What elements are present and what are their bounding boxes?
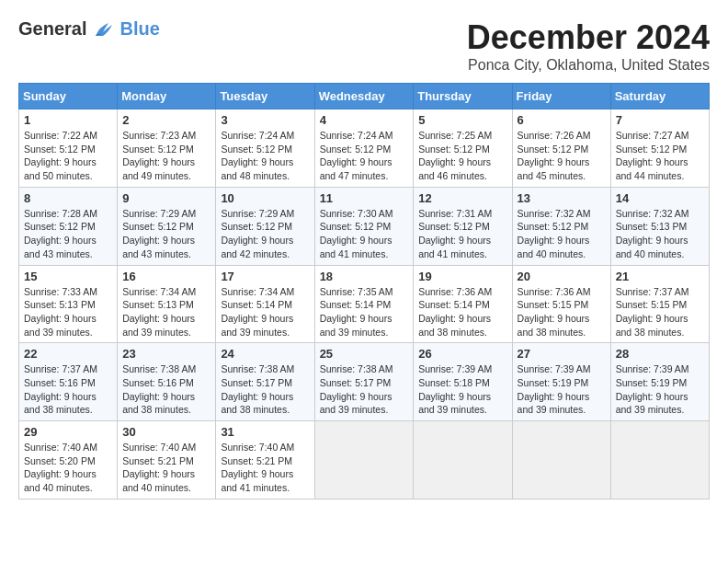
day-number: 17 — [221, 270, 309, 283]
page-header: General Blue December 2024 Ponca City, O… — [18, 18, 710, 74]
calendar-cell: 29Sunrise: 7:40 AM Sunset: 5:20 PM Dayli… — [19, 421, 118, 500]
calendar-cell: 6Sunrise: 7:26 AM Sunset: 5:12 PM Daylig… — [512, 109, 610, 188]
calendar-week-row: 8Sunrise: 7:28 AM Sunset: 5:12 PM Daylig… — [19, 187, 710, 265]
day-number: 28 — [616, 347, 704, 361]
calendar-cell: 5Sunrise: 7:25 AM Sunset: 5:12 PM Daylig… — [414, 109, 512, 188]
calendar-week-row: 29Sunrise: 7:40 AM Sunset: 5:20 PM Dayli… — [19, 421, 710, 500]
day-number: 16 — [122, 270, 210, 283]
calendar-cell: 24Sunrise: 7:38 AM Sunset: 5:17 PM Dayli… — [216, 343, 314, 421]
day-number: 2 — [122, 113, 210, 127]
day-info: Sunrise: 7:29 AM Sunset: 5:12 PM Dayligh… — [221, 207, 309, 261]
day-number: 27 — [518, 347, 606, 361]
calendar-cell — [414, 421, 512, 500]
day-number: 31 — [221, 425, 309, 439]
logo-bird-icon — [90, 19, 116, 40]
day-info: Sunrise: 7:36 AM Sunset: 5:15 PM Dayligh… — [518, 285, 606, 339]
logo-blue: Blue — [119, 18, 159, 40]
day-info: Sunrise: 7:34 AM Sunset: 5:13 PM Dayligh… — [122, 285, 210, 339]
day-number: 25 — [320, 347, 409, 361]
weekday-header-sunday: Sunday — [19, 84, 118, 109]
day-info: Sunrise: 7:33 AM Sunset: 5:13 PM Dayligh… — [24, 285, 112, 339]
calendar-cell: 25Sunrise: 7:38 AM Sunset: 5:17 PM Dayli… — [314, 343, 414, 421]
day-info: Sunrise: 7:27 AM Sunset: 5:12 PM Dayligh… — [616, 129, 704, 183]
weekday-header-monday: Monday — [118, 84, 216, 109]
calendar-table: SundayMondayTuesdayWednesdayThursdayFrid… — [18, 83, 710, 500]
day-info: Sunrise: 7:35 AM Sunset: 5:14 PM Dayligh… — [320, 285, 409, 339]
calendar-cell: 17Sunrise: 7:34 AM Sunset: 5:14 PM Dayli… — [216, 265, 314, 343]
weekday-header-friday: Friday — [512, 84, 610, 109]
calendar-cell: 26Sunrise: 7:39 AM Sunset: 5:18 PM Dayli… — [414, 343, 512, 421]
day-number: 6 — [518, 113, 606, 127]
day-info: Sunrise: 7:39 AM Sunset: 5:19 PM Dayligh… — [518, 362, 606, 417]
day-number: 22 — [24, 347, 112, 361]
calendar-cell: 20Sunrise: 7:36 AM Sunset: 5:15 PM Dayli… — [512, 265, 610, 343]
day-info: Sunrise: 7:26 AM Sunset: 5:12 PM Dayligh… — [518, 129, 606, 183]
calendar-cell: 15Sunrise: 7:33 AM Sunset: 5:13 PM Dayli… — [19, 265, 118, 343]
day-info: Sunrise: 7:25 AM Sunset: 5:12 PM Dayligh… — [418, 129, 506, 183]
weekday-header-wednesday: Wednesday — [314, 84, 414, 109]
day-number: 26 — [418, 347, 506, 361]
calendar-cell: 14Sunrise: 7:32 AM Sunset: 5:13 PM Dayli… — [610, 187, 709, 265]
day-info: Sunrise: 7:30 AM Sunset: 5:12 PM Dayligh… — [320, 207, 409, 261]
logo: General Blue — [18, 18, 160, 40]
day-info: Sunrise: 7:39 AM Sunset: 5:18 PM Dayligh… — [418, 362, 506, 417]
day-info: Sunrise: 7:29 AM Sunset: 5:12 PM Dayligh… — [122, 207, 210, 261]
day-info: Sunrise: 7:32 AM Sunset: 5:12 PM Dayligh… — [518, 207, 606, 261]
day-number: 24 — [221, 347, 309, 361]
calendar-cell: 30Sunrise: 7:40 AM Sunset: 5:21 PM Dayli… — [118, 421, 216, 500]
calendar-cell: 22Sunrise: 7:37 AM Sunset: 5:16 PM Dayli… — [19, 343, 118, 421]
day-number: 11 — [320, 191, 409, 205]
day-number: 21 — [616, 270, 704, 283]
calendar-cell: 9Sunrise: 7:29 AM Sunset: 5:12 PM Daylig… — [118, 187, 216, 265]
calendar-cell — [610, 421, 709, 500]
logo-general: General — [18, 18, 86, 40]
day-number: 4 — [320, 113, 409, 127]
day-number: 15 — [24, 270, 112, 283]
calendar-cell: 12Sunrise: 7:31 AM Sunset: 5:12 PM Dayli… — [414, 187, 512, 265]
day-info: Sunrise: 7:38 AM Sunset: 5:17 PM Dayligh… — [221, 362, 309, 417]
day-number: 8 — [24, 191, 112, 205]
weekday-header-tuesday: Tuesday — [216, 84, 314, 109]
day-number: 19 — [418, 270, 506, 283]
day-number: 9 — [122, 191, 210, 205]
calendar-cell: 2Sunrise: 7:23 AM Sunset: 5:12 PM Daylig… — [118, 109, 216, 188]
calendar-cell: 4Sunrise: 7:24 AM Sunset: 5:12 PM Daylig… — [314, 109, 414, 188]
day-number: 30 — [122, 425, 210, 439]
calendar-cell: 28Sunrise: 7:39 AM Sunset: 5:19 PM Dayli… — [610, 343, 709, 421]
calendar-cell: 11Sunrise: 7:30 AM Sunset: 5:12 PM Dayli… — [314, 187, 414, 265]
day-info: Sunrise: 7:28 AM Sunset: 5:12 PM Dayligh… — [24, 207, 112, 261]
calendar-cell — [314, 421, 414, 500]
weekday-header-thursday: Thursday — [414, 84, 512, 109]
calendar-cell: 21Sunrise: 7:37 AM Sunset: 5:15 PM Dayli… — [610, 265, 709, 343]
day-number: 3 — [221, 113, 309, 127]
day-number: 20 — [518, 270, 606, 283]
day-info: Sunrise: 7:24 AM Sunset: 5:12 PM Dayligh… — [320, 129, 409, 183]
calendar-cell: 16Sunrise: 7:34 AM Sunset: 5:13 PM Dayli… — [118, 265, 216, 343]
day-number: 18 — [320, 270, 409, 283]
day-info: Sunrise: 7:24 AM Sunset: 5:12 PM Dayligh… — [221, 129, 309, 183]
day-number: 12 — [418, 191, 506, 205]
day-info: Sunrise: 7:23 AM Sunset: 5:12 PM Dayligh… — [122, 129, 210, 183]
calendar-week-row: 1Sunrise: 7:22 AM Sunset: 5:12 PM Daylig… — [19, 109, 710, 188]
day-number: 23 — [122, 347, 210, 361]
day-info: Sunrise: 7:36 AM Sunset: 5:14 PM Dayligh… — [418, 285, 506, 339]
calendar-cell: 1Sunrise: 7:22 AM Sunset: 5:12 PM Daylig… — [19, 109, 118, 188]
weekday-header-saturday: Saturday — [610, 84, 709, 109]
calendar-cell: 19Sunrise: 7:36 AM Sunset: 5:14 PM Dayli… — [414, 265, 512, 343]
calendar-week-row: 22Sunrise: 7:37 AM Sunset: 5:16 PM Dayli… — [19, 343, 710, 421]
day-info: Sunrise: 7:22 AM Sunset: 5:12 PM Dayligh… — [24, 129, 112, 183]
day-number: 5 — [418, 113, 506, 127]
calendar-cell: 27Sunrise: 7:39 AM Sunset: 5:19 PM Dayli… — [512, 343, 610, 421]
day-number: 29 — [24, 425, 112, 439]
day-info: Sunrise: 7:40 AM Sunset: 5:20 PM Dayligh… — [24, 441, 112, 495]
day-info: Sunrise: 7:38 AM Sunset: 5:17 PM Dayligh… — [320, 362, 409, 417]
calendar-cell: 3Sunrise: 7:24 AM Sunset: 5:12 PM Daylig… — [216, 109, 314, 188]
month-title: December 2024 — [467, 18, 710, 57]
day-number: 1 — [24, 113, 112, 127]
day-info: Sunrise: 7:37 AM Sunset: 5:15 PM Dayligh… — [616, 285, 704, 339]
day-number: 10 — [221, 191, 309, 205]
calendar-week-row: 15Sunrise: 7:33 AM Sunset: 5:13 PM Dayli… — [19, 265, 710, 343]
title-area: December 2024 Ponca City, Oklahoma, Unit… — [467, 18, 710, 74]
calendar-cell: 10Sunrise: 7:29 AM Sunset: 5:12 PM Dayli… — [216, 187, 314, 265]
calendar-cell: 13Sunrise: 7:32 AM Sunset: 5:12 PM Dayli… — [512, 187, 610, 265]
